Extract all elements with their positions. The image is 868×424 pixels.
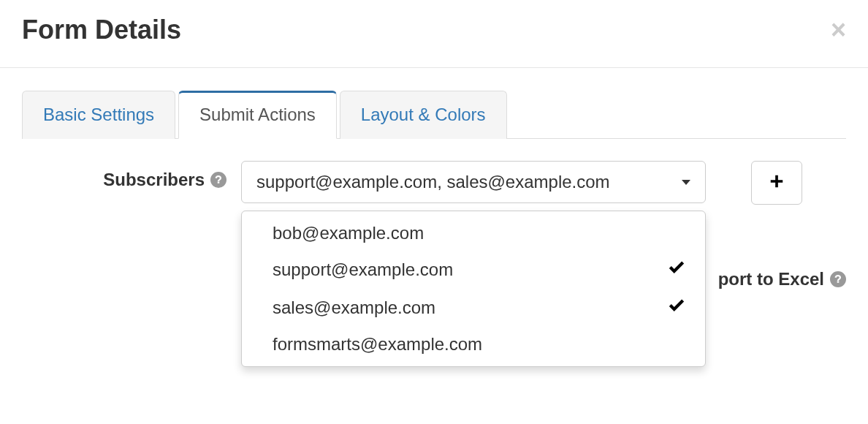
subscribers-selected-display: support@example.com, sales@example.com: [256, 172, 610, 192]
close-icon[interactable]: ×: [831, 17, 846, 43]
check-icon: [667, 258, 686, 281]
subscribers-label: Subscribers: [103, 170, 205, 190]
subscribers-option[interactable]: formsmarts@example.com: [242, 327, 705, 362]
subscribers-field: support@example.com, sales@example.com b…: [241, 161, 706, 203]
tab-label: Submit Actions: [199, 105, 316, 124]
subscribers-option[interactable]: sales@example.com: [242, 289, 705, 327]
tab-submit-actions[interactable]: Submit Actions: [178, 91, 337, 139]
option-label: support@example.com: [273, 260, 453, 280]
tabs: Basic Settings Submit Actions Layout & C…: [22, 90, 846, 139]
tab-basic-settings[interactable]: Basic Settings: [22, 91, 175, 139]
tab-label: Basic Settings: [43, 105, 154, 124]
option-label: sales@example.com: [273, 298, 435, 318]
add-button-wrap: [751, 161, 802, 205]
modal-title: Form Details: [22, 15, 181, 45]
plus-icon: [769, 172, 785, 194]
tab-layout-colors[interactable]: Layout & Colors: [340, 91, 507, 139]
subscribers-dropdown-menu: bob@example.com support@example.com sale…: [241, 211, 706, 367]
form-details-modal: Form Details × Basic Settings Submit Act…: [0, 0, 868, 205]
option-label: formsmarts@example.com: [273, 334, 482, 355]
add-subscriber-button[interactable]: [751, 161, 802, 205]
partial-label-text: port to Excel: [718, 269, 824, 289]
subscribers-label-wrap: Subscribers: [22, 161, 241, 190]
modal-body: Basic Settings Submit Actions Layout & C…: [0, 68, 868, 205]
check-icon: [667, 296, 686, 319]
subscribers-dropdown-button[interactable]: support@example.com, sales@example.com: [241, 161, 706, 203]
question-circle-icon[interactable]: [830, 271, 846, 287]
option-label: bob@example.com: [273, 223, 424, 243]
question-circle-icon[interactable]: [210, 172, 226, 188]
subscribers-row: Subscribers support@example.com, sales@e…: [22, 161, 846, 205]
subscribers-option[interactable]: bob@example.com: [242, 216, 705, 251]
modal-header: Form Details ×: [0, 0, 868, 68]
caret-down-icon: [682, 180, 690, 185]
export-to-excel-label-partial: port to Excel: [718, 269, 846, 289]
tab-label: Layout & Colors: [361, 105, 486, 124]
subscribers-option[interactable]: support@example.com: [242, 251, 705, 289]
